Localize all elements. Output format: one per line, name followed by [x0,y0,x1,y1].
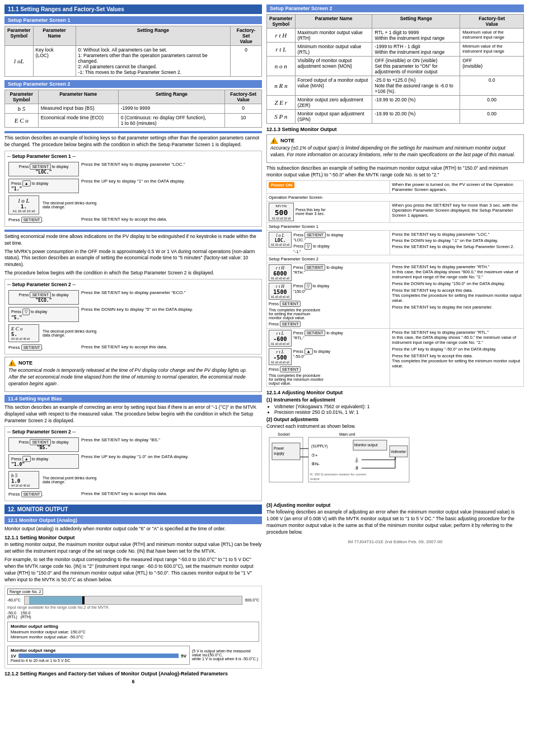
setent-key-r5[interactable]: SET/ENT [305,330,326,336]
col-range: Setting Range [372,15,460,29]
table-row: Z E r Monitor output zero adjustment (ZE… [267,96,524,110]
down-key-r2[interactable]: ▽ [305,283,312,290]
range-desc: Input range available for the range code… [7,605,259,609]
proc-desc-rth2: Press the DOWN key to display "150.0" on… [392,281,522,286]
rtl-marker [29,596,83,604]
param-name-zer: Monitor output zero adjustment (ZER) [295,96,372,110]
proc-display-bs2: b 5 1.0 A4 10 x0 40 x0 [8,471,39,489]
proc-desc: Press the SET/ENT key to display "BS." [81,437,160,442]
section-113-desc3: The procedure below begins with the cond… [4,270,262,277]
down-key-r1[interactable]: ▽ [305,243,312,250]
col-value: Factory-SetValue [460,15,524,29]
param-name: Key lock(LOC) [33,46,76,77]
param-value: 10 [225,114,262,128]
setent-key-r6[interactable]: SET/ENT [280,366,301,372]
col-value: Factory-SetValue [231,26,262,46]
col-value: Factory-SetValue [225,90,262,104]
monitor-output-range-box: Monitor output range 1V 5V Fixed to 4 to… [7,646,190,665]
proc-display-rtl: r t L -600 A1 x0 x0 x0 x0 [269,330,292,347]
param-symbol-rtl: r t L [267,43,296,57]
setent-key5[interactable]: SET/ENT [30,439,51,445]
proc-display-500neg: r t L -500 A1 x0 x0 x0 x0 [269,348,292,365]
note-113: NOTE The economical mode is temporarily … [4,357,262,392]
proc-display-lol: l o L 1. A1 10 x0 10 x0 [8,195,39,214]
table-row: r t L Minimum monitor output value (RTL)… [267,43,524,57]
setup-screen2-right-table: ParameterSymbol Parameter Name Setting R… [266,14,524,124]
up-key2[interactable]: ▲ [22,456,31,462]
param-range-rth: RTL + 1 digit to 9999Within the instrume… [372,29,460,43]
proc-desc: Press the DOWN key to display "5" on the… [81,307,193,312]
section-11-2-header [4,131,262,133]
proc-table-row: Setup Parameter Screen 2 [267,255,524,263]
param-name-man: Forced output of a monitor output value … [295,76,372,96]
proc-desc-set-screen2: Press the SET/ENT key to display the Set… [392,244,522,249]
proc-note2: The decimal point blinks duringdata chan… [43,329,97,337]
table-row: b 5 Measured input bias (BS) -1999 to 99… [5,104,262,114]
op-screen-label: Operation Parameter Screen [269,195,322,200]
proc-desc-rtl2: Press the UP key to display "-50.0" on t… [392,347,522,352]
param-name: Measured input bias (BS) [38,104,118,114]
circuit-area: Socket Main unit Power supply (SUPPLY) ⑦… [266,432,524,500]
setup-screen1-badge: Setup Parameter Screen 1 [269,224,318,229]
proc-row: Press SET/ENT. Press the SET/ENT key to … [7,343,259,352]
col-range: Setting Range [76,26,231,46]
setent-key-r2[interactable]: SET/ENT [305,264,326,270]
proc-table-row: Power ON When the power is turned on, th… [267,180,524,193]
proc-press-set: Press SET/ENT. [8,217,79,223]
col-symbol: ParameterSymbol [5,26,34,46]
instruments-list: Voltmeter (Yokogawa's 7562 or equivalent… [266,404,524,415]
section-112-procedure: ─ Setup Parameter Screen 1 ─ Press SET/E… [4,151,262,227]
proc-desc: Press the SET/ENT key to accept this dat… [81,217,167,222]
param-range-rtl: -1999 to RTH - 1 digitWithin the instrum… [372,43,460,57]
param-range: -1999 to 9999 [118,104,224,114]
param-value-mon: OFF(invisible) [460,57,524,76]
setent-key2[interactable]: SET/ENT [21,217,43,223]
output-adj-desc: Connect each instrument as shown below. [266,423,524,430]
param-symbol-rth: r t H [267,29,296,43]
press-more-3sec: Press this key formore than 3 sec. [296,208,326,216]
proc-row: Press ▽ to display "5." Press the DOWN k… [7,306,259,323]
col-range: Setting Range [118,90,224,104]
table-row: n R n Forced output of a monitor output … [267,76,524,96]
down-key[interactable]: ▽ [22,309,30,315]
setent-key-r4[interactable]: SET/ENT [280,321,301,327]
table-row: n o n Visibility of monitor output adjus… [267,57,524,76]
param-value-man: 0.0 [460,76,524,96]
param-name-rth: Maximum monitor output value (RTH) [295,29,372,43]
section-1213-heading: 12.1.3 Setting Monitor Output [266,127,524,132]
proc-display-bs: Press SET/ENT to display "BS." [8,437,79,452]
param-value: 0 [231,46,262,77]
proc-row: Press SET/ENT. Press the SET/ENT key to … [7,490,259,498]
svg-text:Voltmeter: Voltmeter [391,450,406,454]
section-121-desc: Monitor output (analog) is addedonly whe… [4,526,262,533]
proc-desc: Press the SET/ENT key to accept this dat… [81,344,167,349]
output-adj-heading: (2) Output adjustments [266,417,524,422]
proc-press-set3: Press SET/ENT. [8,491,79,497]
param-symbol-man: n R n [267,76,296,96]
procedure-1213-table: Power ON When the power is turned on, th… [266,180,524,387]
section-113-desc2: The MVRK's power consumption in the OFF … [4,249,262,269]
setent-key-r1[interactable]: SET/ENT [305,232,326,238]
section-12-header: 12. MONITOR OUTPUT [4,505,262,514]
svg-text:Power: Power [274,446,284,450]
proc-row: Press ▲ to display "1." Press the UP key… [7,178,259,194]
setent-key4[interactable]: SET/ENT [21,344,43,351]
proc-table-row: Setup Parameter Screen 1 [267,222,524,230]
power-on-badge: Power ON [269,182,294,188]
proc-display-eco2: E C o 5. A4 10 x0 40 x0 [8,324,39,342]
setent-key6[interactable]: SET/ENT [21,491,43,497]
setent-key3[interactable]: SET/ENT [30,292,51,298]
param-value: 0 [225,104,262,114]
setent-key-r3[interactable]: SET/ENT [280,301,301,307]
range-chart: Range code No. 2 -60.0°C 600.0°C Input r… [4,586,262,669]
svg-text:supply: supply [274,451,285,456]
section-1211-heading: 12.1.1 Setting Monitor Output [4,535,262,540]
section-113-desc1: Setting economical mode time allows indi… [4,234,262,247]
up-key[interactable]: ▲ [22,180,31,186]
param-range: 0: Without lock. All parameters can be s… [76,46,231,77]
up-key-r1[interactable]: ▲ [305,348,313,354]
setent-key[interactable]: SET/ENT [30,164,51,170]
note-header-1213: NOTE [270,137,520,144]
proc-desc: Press the SET/ENT key to display paramet… [81,162,185,167]
power-on-desc: When the power is turned on, the PV scre… [392,182,513,192]
